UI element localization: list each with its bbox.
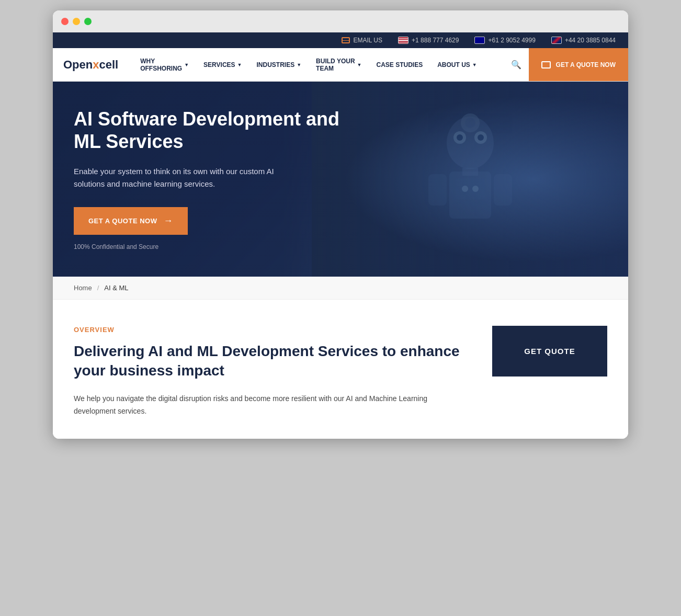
hero-subtitle: Enable your system to think on its own w… <box>74 165 293 190</box>
browser-chrome <box>53 10 628 32</box>
nav-item-build-your-team[interactable]: BUILD YOURTEAM ▼ <box>310 48 368 81</box>
site-logo[interactable]: Openxcell <box>53 48 129 81</box>
content-heading: Delivering AI and ML Development Service… <box>74 342 471 380</box>
overview-label: OVERVIEW <box>74 326 471 334</box>
phone-us[interactable]: +1 888 777 4629 <box>398 37 459 44</box>
breadcrumb-separator: / <box>97 284 99 292</box>
envelope-icon <box>541 61 551 69</box>
nav-label-industries: INDUSTRIES <box>257 61 295 69</box>
svg-rect-6 <box>462 168 478 176</box>
nav-cta-label: GET A QUOTE NOW <box>556 61 616 69</box>
phone-au-number: +61 2 9052 4999 <box>488 37 535 44</box>
close-button[interactable] <box>61 18 69 25</box>
chevron-down-icon: ▼ <box>357 62 362 67</box>
chevron-down-icon: ▼ <box>237 62 242 67</box>
email-icon <box>342 37 350 43</box>
svg-point-4 <box>478 134 484 141</box>
logo-cell: cell <box>99 58 118 71</box>
svg-point-10 <box>465 118 475 128</box>
maximize-button[interactable] <box>84 18 92 25</box>
nav-item-about-us[interactable]: ABOUT US ▼ <box>431 48 483 81</box>
uk-flag-icon <box>551 37 562 44</box>
nav-label-build-your-team: BUILD YOURTEAM <box>316 58 355 72</box>
navigation-bar: Openxcell WHYOFFSHORING ▼ SERVICES ▼ IND… <box>53 48 628 82</box>
phone-uk[interactable]: +44 20 3885 0844 <box>551 37 616 44</box>
hero-section: AI Software Development and ML Services … <box>53 82 628 277</box>
nav-item-why-offshoring[interactable]: WHYOFFSHORING ▼ <box>134 48 195 81</box>
nav-item-case-studies[interactable]: CASE STUDIES <box>370 48 429 81</box>
hero-content: AI Software Development and ML Services … <box>74 108 346 250</box>
nav-links: WHYOFFSHORING ▼ SERVICES ▼ INDUSTRIES ▼ … <box>129 48 503 81</box>
nav-label-case-studies: CASE STUDIES <box>376 61 423 69</box>
get-quote-box[interactable]: GET QUOTE <box>492 326 607 377</box>
hero-robot-image <box>312 82 628 277</box>
nav-label-services: SERVICES <box>203 61 235 69</box>
svg-point-12 <box>462 186 468 192</box>
nav-get-quote-button[interactable]: GET A QUOTE NOW <box>529 48 628 81</box>
content-right: GET QUOTE <box>492 326 607 377</box>
nav-label-why-offshoring: WHYOFFSHORING <box>140 58 182 72</box>
us-flag-icon <box>398 37 408 44</box>
nav-item-industries[interactable]: INDUSTRIES ▼ <box>251 48 308 81</box>
logo-open: Open <box>63 58 93 71</box>
get-quote-label: GET QUOTE <box>524 347 575 356</box>
logo-x: x <box>93 58 99 71</box>
chevron-down-icon: ▼ <box>184 62 189 67</box>
search-icon: 🔍 <box>511 60 521 70</box>
logo-text: Openxcell <box>63 58 118 72</box>
arrow-right-icon: → <box>163 215 173 226</box>
email-label: EMAIL US <box>353 37 382 44</box>
svg-rect-8 <box>494 174 512 206</box>
phone-au[interactable]: +61 2 9052 4999 <box>474 37 535 44</box>
hero-title: AI Software Development and ML Services <box>74 108 346 153</box>
robot-svg <box>418 111 523 247</box>
hero-get-quote-button[interactable]: GET A QUOTE NOW → <box>74 207 188 235</box>
au-flag-icon <box>474 37 485 44</box>
top-contact-bar: EMAIL US +1 888 777 4629 +61 2 9052 4999… <box>53 32 628 48</box>
nav-item-services[interactable]: SERVICES ▼ <box>197 48 248 81</box>
breadcrumb-home[interactable]: Home <box>74 284 92 292</box>
hero-cta-label: GET A QUOTE NOW <box>88 217 157 225</box>
minimize-button[interactable] <box>73 18 80 25</box>
breadcrumb-current: AI & ML <box>104 284 128 292</box>
main-content: OVERVIEW Delivering AI and ML Developmen… <box>53 300 628 438</box>
chevron-down-icon: ▼ <box>297 62 301 67</box>
svg-point-13 <box>472 186 479 192</box>
search-button[interactable]: 🔍 <box>504 48 529 81</box>
email-contact[interactable]: EMAIL US <box>342 37 382 44</box>
svg-rect-11 <box>456 178 485 199</box>
hero-footnote: 100% Confidential and Secure <box>74 243 346 250</box>
svg-point-3 <box>457 134 463 141</box>
content-paragraph: We help you navigate the digital disrupt… <box>74 393 471 418</box>
chevron-down-icon: ▼ <box>472 62 477 67</box>
browser-window: EMAIL US +1 888 777 4629 +61 2 9052 4999… <box>53 10 628 439</box>
svg-rect-7 <box>428 174 447 206</box>
phone-us-number: +1 888 777 4629 <box>412 37 459 44</box>
nav-label-about-us: ABOUT US <box>437 61 470 69</box>
phone-uk-number: +44 20 3885 0844 <box>565 37 616 44</box>
content-left: OVERVIEW Delivering AI and ML Developmen… <box>74 326 471 417</box>
breadcrumb: Home / AI & ML <box>53 277 628 300</box>
